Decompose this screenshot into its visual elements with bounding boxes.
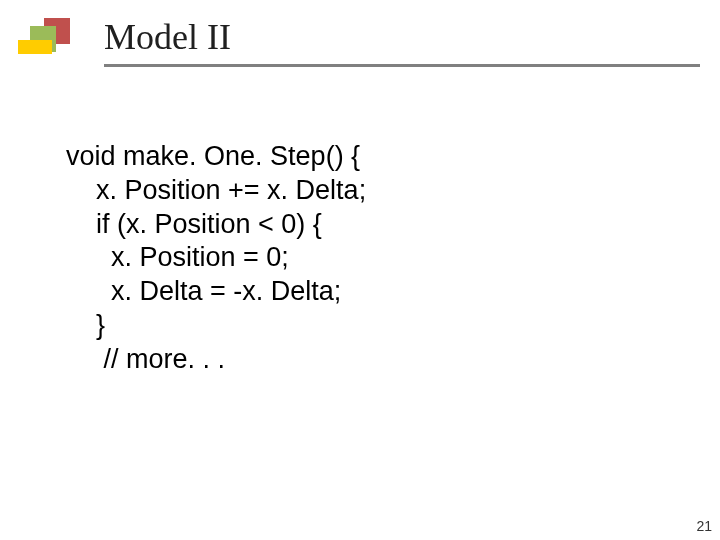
logo-square-yellow xyxy=(18,40,52,54)
title-underline xyxy=(104,64,700,67)
code-line: } xyxy=(66,310,105,340)
code-line: if (x. Position < 0) { xyxy=(66,209,322,239)
slide-logo xyxy=(18,18,82,62)
code-line: x. Position = 0; xyxy=(66,242,289,272)
code-line: void make. One. Step() { xyxy=(66,141,360,171)
code-line: // more. . . xyxy=(66,344,225,374)
slide-title: Model II xyxy=(104,16,231,58)
code-block: void make. One. Step() { x. Position += … xyxy=(66,140,366,376)
page-number: 21 xyxy=(696,518,712,534)
code-line: x. Position += x. Delta; xyxy=(66,175,366,205)
code-line: x. Delta = -x. Delta; xyxy=(66,276,341,306)
